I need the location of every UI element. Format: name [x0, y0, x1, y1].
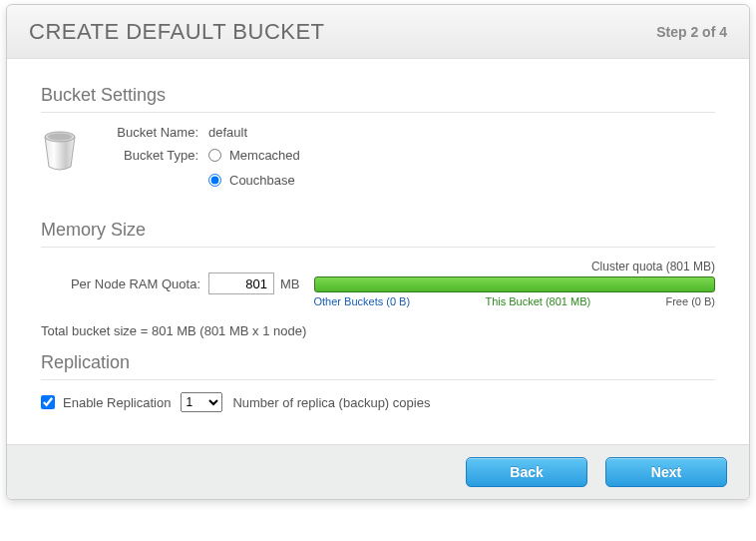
bucket-type-memcached-option[interactable]: Memcached: [204, 148, 300, 163]
divider: [41, 247, 715, 248]
dialog-title: CREATE DEFAULT BUCKET: [29, 19, 325, 45]
per-node-ram-label: Per Node RAM Quota:: [41, 276, 208, 291]
bucket-type-label: Bucket Type:: [93, 148, 204, 163]
quota-bar: [314, 276, 716, 292]
legend-other-buckets: Other Buckets (0 B): [314, 295, 411, 307]
bucket-type-row: Bucket Type: Memcached Couchbase: [93, 148, 715, 198]
bucket-icon: [41, 129, 79, 171]
quota-legend: Other Buckets (0 B) This Bucket (801 MB)…: [314, 295, 716, 307]
dialog-header: CREATE DEFAULT BUCKET Step 2 of 4: [7, 5, 749, 59]
bucket-type-couchbase-label: Couchbase: [229, 173, 295, 188]
bucket-settings-section: Bucket Name: default Bucket Type: Memcac…: [41, 125, 715, 206]
quota-visual: Cluster quota (801 MB) Other Buckets (0 …: [314, 260, 716, 307]
back-button[interactable]: Back: [466, 457, 587, 487]
bucket-name-label: Bucket Name:: [93, 125, 204, 140]
replication-row: Enable Replication 1 Number of replica (…: [41, 392, 715, 412]
svg-point-1: [48, 134, 72, 141]
divider: [41, 112, 715, 113]
enable-replication-label: Enable Replication: [63, 395, 171, 410]
dialog-body: Bucket Settings: [7, 59, 749, 444]
legend-this-bucket: This Bucket (801 MB): [485, 295, 590, 307]
bucket-name-value: default: [204, 125, 247, 140]
bucket-type-memcached-radio[interactable]: [208, 149, 221, 162]
dialog-footer: Back Next: [7, 444, 749, 499]
total-bucket-size-label: Total bucket size = 801 MB (801 MB x 1 n…: [41, 323, 715, 338]
per-node-ram-input[interactable]: [208, 272, 274, 294]
replica-copies-label: Number of replica (backup) copies: [232, 395, 430, 410]
replication-title: Replication: [41, 352, 715, 373]
bucket-type-couchbase-option[interactable]: Couchbase: [204, 173, 300, 188]
legend-free: Free (0 B): [665, 295, 715, 307]
bucket-settings-title: Bucket Settings: [41, 85, 715, 106]
step-indicator: Step 2 of 4: [656, 24, 727, 40]
bucket-type-couchbase-radio[interactable]: [208, 174, 221, 187]
replica-count-select[interactable]: 1: [181, 392, 222, 412]
ram-unit-label: MB: [280, 276, 300, 291]
bucket-type-memcached-label: Memcached: [229, 148, 300, 163]
divider: [41, 379, 715, 380]
cluster-quota-label: Cluster quota (801 MB): [314, 260, 716, 273]
next-button[interactable]: Next: [605, 457, 727, 487]
enable-replication-checkbox[interactable]: [41, 395, 55, 409]
create-bucket-dialog: CREATE DEFAULT BUCKET Step 2 of 4 Bucket…: [6, 4, 750, 500]
memory-row: Per Node RAM Quota: MB Cluster quota (80…: [41, 260, 715, 307]
memory-size-title: Memory Size: [41, 220, 715, 241]
bucket-name-row: Bucket Name: default: [93, 125, 715, 140]
